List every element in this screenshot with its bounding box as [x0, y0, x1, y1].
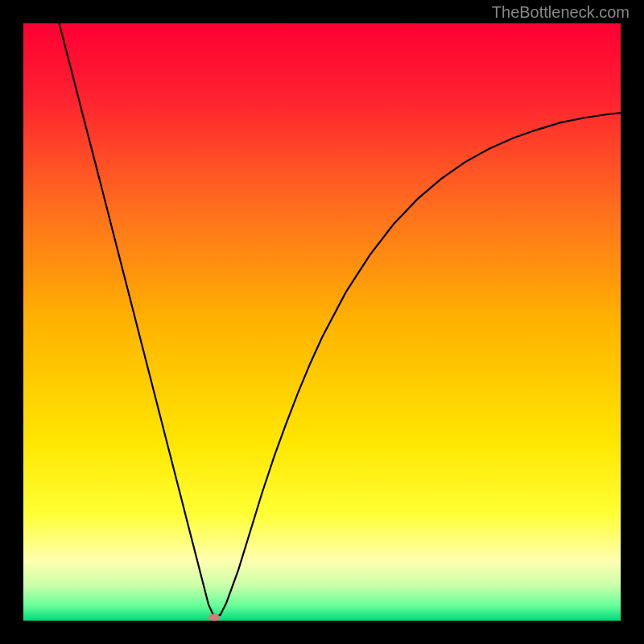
bottleneck-curve: [23, 23, 621, 621]
optimal-point-marker: [208, 614, 220, 621]
plot-frame: [23, 23, 621, 621]
watermark-text: TheBottleneck.com: [492, 3, 630, 22]
